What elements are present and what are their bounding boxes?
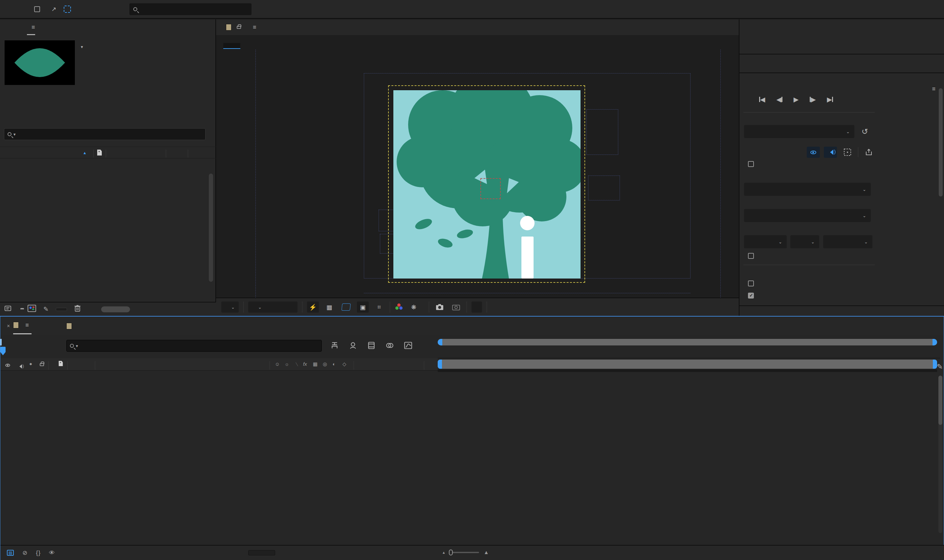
cache-before-playback-row[interactable] (748, 161, 758, 167)
snap-along-edges-icon[interactable]: ↗ (47, 2, 60, 16)
frame-blend-master-icon[interactable] (386, 341, 394, 351)
toggle-switches-modes-button[interactable] (248, 550, 275, 555)
move-time-row[interactable] (748, 292, 758, 298)
reset-icon[interactable]: ↺ (862, 127, 868, 136)
viewer-bottom-bar: ⌄ ⌄ ⚡ ▦ ▣ ⌗ ❋ (216, 298, 739, 316)
full-screen-row[interactable] (748, 253, 758, 259)
tab-project[interactable]: ≡ (27, 24, 35, 35)
panel-menu-icon[interactable]: ≡ (31, 24, 35, 31)
grid-guides-icon[interactable]: ⌗ (373, 302, 385, 313)
comp-label-chip[interactable] (226, 24, 231, 31)
shortcut-dropdown[interactable]: ⌄ (744, 125, 855, 138)
composition-canvas[interactable] (393, 90, 580, 278)
exposure-reset-icon[interactable]: ❋ (408, 302, 420, 313)
snapping-toggle[interactable] (34, 6, 43, 12)
viewer-timecode[interactable] (472, 302, 482, 313)
fast-previews-icon[interactable]: ⚡ (307, 302, 319, 313)
range-dropdown[interactable]: ⌄ (744, 183, 871, 196)
fx-icon[interactable]: fx (303, 361, 307, 367)
zoom-slider[interactable] (450, 552, 479, 553)
include-video-button[interactable] (807, 147, 820, 158)
include-overlays-button[interactable] (841, 147, 854, 158)
motion-blur-icon[interactable]: ◎ (323, 361, 327, 367)
snapping-checkbox[interactable] (34, 6, 40, 12)
timeline-hscrollbar[interactable] (438, 339, 937, 345)
timeline-search-input[interactable]: ▾ (66, 340, 322, 352)
time-ruler[interactable] (438, 346, 940, 358)
timeline-vscrollbar[interactable] (938, 375, 942, 533)
threed-layer-icon[interactable]: ◇ (342, 361, 346, 367)
delete-icon[interactable] (74, 305, 81, 314)
zoom-out-icon[interactable]: ▲ (442, 551, 446, 554)
previous-frame-button[interactable]: ◀ (776, 95, 782, 103)
interpret-footage-icon[interactable] (5, 305, 13, 313)
transparency-grid-icon[interactable]: ▦ (324, 302, 335, 313)
solo-column-icon[interactable]: ● (29, 361, 32, 366)
timeline-tab-comp1[interactable]: ≡ (13, 318, 31, 334)
cache-before-playback-checkbox[interactable] (748, 161, 754, 167)
mask-visibility-icon[interactable] (341, 303, 351, 311)
resolution-dropdown[interactable]: ⌄ (823, 235, 872, 248)
last-frame-button[interactable]: ▶ (827, 95, 833, 103)
region-of-interest-icon[interactable]: ▣ (357, 302, 369, 313)
new-composition-icon[interactable] (28, 305, 36, 314)
shy-icon[interactable]: ☺ (275, 361, 280, 367)
color-depth-button[interactable] (56, 308, 67, 311)
skip-dropdown[interactable]: ⌄ (790, 235, 819, 248)
label-column-icon[interactable] (58, 360, 63, 368)
export-icon[interactable] (862, 147, 875, 158)
sort-ascending-icon[interactable]: ▲ (83, 151, 87, 155)
snap-to-features-icon[interactable] (64, 6, 71, 13)
include-row (744, 147, 875, 158)
project-scrollbar[interactable] (209, 174, 213, 282)
graph-editor-icon[interactable] (404, 341, 412, 351)
adjustment-layer-icon[interactable]: ◐ (333, 361, 336, 367)
marker-pen-icon[interactable]: ✎ (937, 363, 943, 371)
viewer-stage[interactable] (216, 49, 739, 298)
first-frame-button[interactable]: ◀ (759, 95, 765, 103)
project-hscrollbar[interactable] (101, 306, 130, 312)
panel-menu-icon[interactable]: ≡ (253, 24, 256, 31)
expand-layers-icon[interactable]: ▤ (7, 550, 14, 556)
layer-outline (588, 175, 620, 200)
panel-menu-icon[interactable]: ≡ (25, 322, 29, 329)
render-time-icon[interactable]: 👁 (49, 549, 55, 556)
viewer-subtab-comp1[interactable] (223, 43, 241, 49)
project-flowchart-icon[interactable]: ✎ (43, 305, 49, 313)
blend-modes-icon[interactable]: ⊘ (22, 549, 27, 556)
include-audio-button[interactable] (824, 147, 837, 158)
collapse-transformations-icon[interactable]: ☼ (285, 361, 289, 367)
frame-rate-dropdown[interactable]: ⌄ (744, 235, 787, 248)
draft-3d-icon[interactable] (349, 341, 357, 351)
label-column-icon[interactable] (97, 149, 102, 157)
properties-scrollbar[interactable] (939, 88, 943, 197)
close-panel-icon[interactable]: × (7, 323, 10, 329)
timeline-tab-leaf[interactable] (66, 323, 75, 329)
mini-flowchart-icon[interactable] (330, 341, 339, 351)
work-area-bar[interactable] (438, 360, 937, 369)
play-cached-frames-checkbox[interactable] (748, 280, 754, 286)
in-out-columns-icon[interactable]: { } (36, 549, 40, 556)
timeline-composition-buttons (330, 341, 412, 351)
project-search-input[interactable]: ▾ (4, 128, 205, 140)
shy-master-icon[interactable] (367, 341, 376, 351)
full-screen-checkbox[interactable] (748, 253, 754, 259)
move-time-checkbox[interactable] (748, 292, 754, 298)
quality-icon[interactable]: ﹨ (295, 361, 299, 368)
show-snapshot-icon[interactable] (450, 302, 462, 313)
search-help-box[interactable] (130, 3, 251, 15)
work-area-start-handle[interactable] (438, 360, 442, 369)
take-snapshot-icon[interactable] (434, 302, 446, 313)
next-frame-button[interactable]: ▶ (810, 95, 816, 103)
zoom-slider-knob[interactable] (449, 549, 453, 555)
resolution-dropdown[interactable]: ⌄ (248, 302, 298, 313)
show-channel-icon[interactable] (395, 303, 403, 311)
play-cached-frames-row[interactable] (748, 280, 758, 286)
lock-icon[interactable] (237, 26, 241, 29)
play-button[interactable]: ▶ (794, 95, 799, 103)
magnification-dropdown[interactable]: ⌄ (221, 302, 239, 313)
zoom-in-icon[interactable]: ▲ (484, 549, 489, 555)
play-from-dropdown[interactable]: ⌄ (744, 209, 871, 222)
panel-menu-icon[interactable]: ≡ (932, 86, 935, 92)
frame-blend-icon[interactable]: ▦ (313, 361, 318, 367)
